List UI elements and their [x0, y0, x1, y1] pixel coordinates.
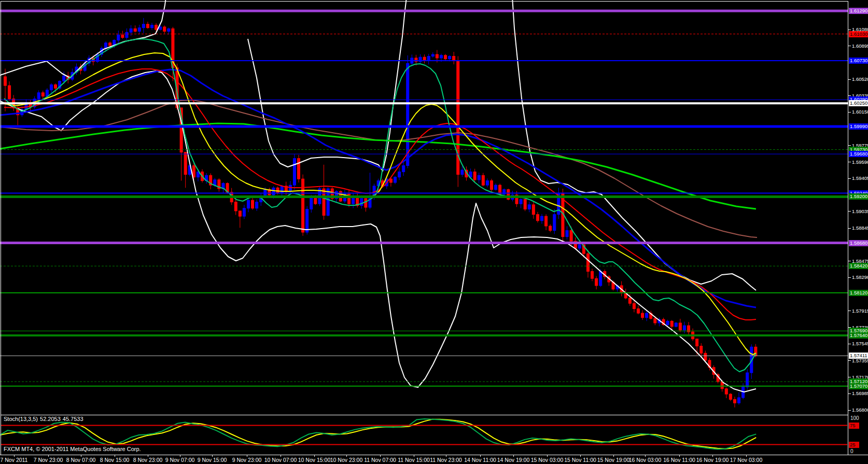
time-label: 7 Nov 23:00	[34, 457, 63, 463]
time-label: 10 Nov 07:00	[264, 457, 297, 463]
price-tick-label: 1.60520	[852, 76, 868, 82]
time-label: 11 Nov 23:00	[430, 457, 462, 463]
price-tick-label: 1.57545	[852, 341, 868, 346]
candle-body	[423, 57, 426, 61]
time-label: 16 Nov 19:00	[696, 457, 729, 463]
stochastic-signal-value: 45.7533	[63, 416, 83, 422]
time-label: 14 Nov 11:00	[464, 457, 496, 463]
candle-body	[646, 313, 648, 318]
price-tick	[848, 145, 851, 146]
stoch-level-tag-25: 25	[849, 442, 859, 448]
time-axis[interactable]: 7 Nov 20117 Nov 23:008 Nov 07:008 Nov 15…	[0, 455, 868, 464]
price-axis[interactable]: 1.610801.608951.605201.603351.601501.597…	[848, 0, 868, 455]
candle-body	[578, 245, 581, 248]
candle-body	[142, 24, 145, 28]
candle-body	[449, 56, 451, 59]
candle-body	[725, 389, 727, 394]
horizontal-lines	[0, 11, 848, 386]
price-chart-canvas	[0, 0, 848, 415]
candle-body	[272, 188, 275, 195]
time-label: 15 Nov 03:00	[531, 457, 563, 463]
candle-body	[167, 29, 170, 31]
candle-body	[54, 85, 57, 88]
candle-body	[704, 353, 707, 360]
candle-body	[746, 373, 749, 387]
candle-body	[151, 25, 153, 27]
candle-body	[256, 202, 258, 208]
price-tick-label: 1.58290	[852, 274, 868, 280]
price-tick-label: 1.58845	[852, 225, 868, 231]
candle-body	[628, 298, 631, 303]
time-label: 8 Nov 15:00	[100, 457, 130, 463]
candle-body	[125, 32, 128, 37]
time-label: 16 Nov 11:00	[663, 457, 695, 463]
price-tick	[848, 311, 851, 311]
price-tag-1.57640: 1.57640	[849, 332, 868, 339]
ma-green-fast	[4, 39, 756, 372]
candle-body	[37, 93, 40, 99]
stoch-level-tag-75: 75	[849, 423, 859, 429]
time-label: 17 Nov 03:00	[730, 457, 762, 463]
price-tick	[848, 261, 851, 261]
time-label: 8 Nov 23:00	[133, 457, 163, 463]
time-label: 9 Nov 23:00	[232, 457, 262, 463]
candle-body	[239, 211, 241, 216]
time-label: 8 Nov 07:00	[66, 457, 96, 463]
candle-body	[641, 313, 644, 318]
time-label: 16 Nov 03:00	[629, 457, 661, 463]
time-label: 7 Nov 2011	[1, 457, 28, 463]
pane-separator[interactable]	[1, 415, 848, 415]
price-tag-1.57070: 1.57070	[849, 383, 868, 389]
stochastic-indicator-label: Stoch(13,3,5)52.205345.7533	[4, 416, 86, 422]
pane-border-left	[1, 1, 1, 455]
candle-body	[436, 54, 438, 58]
candle-body	[41, 93, 44, 96]
time-label: 10 Nov 23:00	[330, 457, 362, 463]
candle-body	[298, 159, 300, 179]
candle-body	[545, 216, 548, 226]
candle-body	[670, 321, 673, 327]
price-chart-pane[interactable]	[0, 0, 848, 415]
candle-body	[700, 346, 703, 354]
candle-body	[306, 209, 309, 232]
candle-body	[490, 181, 493, 190]
price-tag-1.61290: 1.61290	[849, 8, 868, 14]
price-tag-1.59990: 1.59990	[849, 123, 868, 130]
candle-body	[524, 200, 526, 209]
ma-brown-200	[0, 100, 757, 237]
candle-body	[281, 186, 283, 193]
candles	[4, 18, 757, 407]
candle-body	[595, 278, 598, 286]
price-tag-1.60250: 1.60250	[849, 100, 868, 106]
stochastic-main-value: 52.2053	[40, 416, 61, 422]
candle-body	[407, 63, 409, 165]
candle-body	[289, 185, 291, 191]
candle-body	[134, 29, 136, 31]
candle-body	[293, 159, 296, 185]
candle-body	[453, 56, 455, 61]
time-label: 14 Nov 19:00	[497, 457, 529, 463]
candle-body	[461, 170, 464, 175]
price-tick	[848, 30, 851, 30]
candle-body	[314, 198, 317, 204]
candle-body	[654, 318, 656, 323]
price-tick	[848, 95, 851, 96]
price-tag-1.60730: 1.60730	[849, 58, 868, 64]
candle-body	[402, 165, 405, 172]
candle-body	[553, 215, 556, 231]
candle-body	[637, 308, 639, 313]
candle-body	[528, 205, 530, 209]
price-tick-label: 1.59405	[852, 175, 868, 181]
candle-body	[394, 177, 396, 182]
candle-body	[155, 25, 158, 30]
time-label: 15 Nov 11:00	[564, 457, 596, 463]
candle-body	[444, 55, 447, 59]
price-tick	[848, 393, 851, 394]
price-tick	[848, 410, 851, 411]
ma-yellow	[4, 53, 756, 355]
candle-body	[146, 24, 149, 28]
candle-body	[184, 152, 187, 175]
candle-body	[109, 43, 111, 46]
candle-body	[117, 35, 120, 40]
candle-body	[138, 28, 141, 32]
